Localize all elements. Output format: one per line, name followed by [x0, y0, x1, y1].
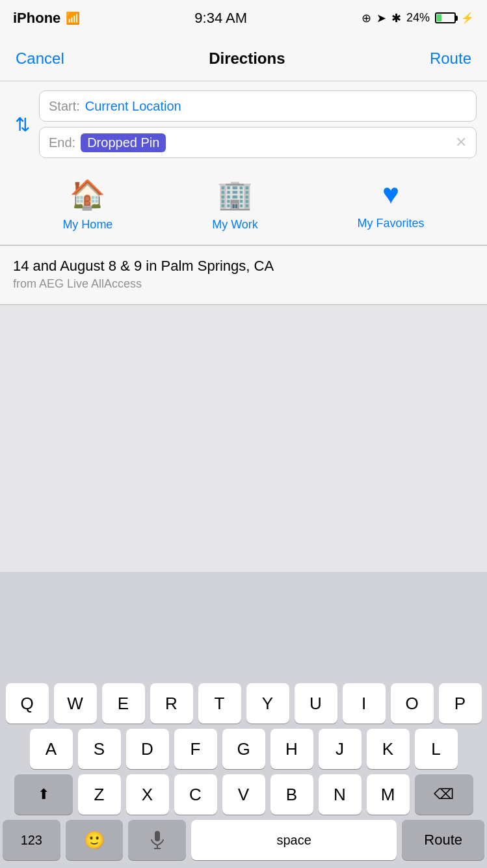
key-q[interactable]: Q: [6, 683, 49, 724]
clear-end-button[interactable]: ✕: [455, 134, 467, 151]
start-value: Current Location: [85, 99, 181, 114]
favorites-label: My Favorites: [358, 217, 425, 230]
start-field[interactable]: Start: Current Location: [39, 90, 477, 122]
keyboard-row-1: Q W E R T Y U I O P: [3, 683, 484, 724]
end-field[interactable]: End: Dropped Pin ✕: [39, 127, 477, 158]
key-g[interactable]: G: [222, 729, 265, 769]
battery-percent: 24%: [406, 11, 430, 25]
svg-rect-0: [155, 831, 160, 841]
key-t[interactable]: T: [198, 683, 241, 724]
device-name: iPhone: [13, 10, 60, 27]
battery-bolt: ⚡: [461, 12, 474, 24]
keyboard-row-4: 123 🙂 space Route: [3, 820, 484, 860]
keyboard-row-2: A S D F G H J K L: [3, 729, 484, 769]
key-l[interactable]: L: [415, 729, 458, 769]
key-v[interactable]: V: [222, 774, 265, 815]
search-area: ⇅ Start: Current Location End: Dropped P…: [0, 81, 487, 167]
work-label: My Work: [212, 218, 258, 232]
shortcut-work[interactable]: 🏢 My Work: [212, 178, 258, 232]
status-right: ⊕ ➤ ✱ 24% ⚡: [362, 11, 474, 25]
bluetooth-icon: ✱: [391, 11, 401, 25]
key-h[interactable]: H: [270, 729, 313, 769]
work-icon: 🏢: [217, 178, 253, 211]
location-icon: ➤: [376, 11, 386, 25]
cancel-button[interactable]: Cancel: [16, 49, 64, 68]
start-label: Start:: [49, 99, 80, 114]
key-i[interactable]: I: [343, 683, 386, 724]
key-b[interactable]: B: [270, 774, 313, 815]
status-left: iPhone 📶: [13, 10, 80, 27]
battery-fill: [437, 14, 441, 21]
num-key[interactable]: 123: [3, 820, 60, 860]
lock-icon: ⊕: [362, 11, 371, 25]
result-item[interactable]: 14 and August 8 & 9 in Palm Springs, CA …: [0, 246, 487, 305]
key-f[interactable]: F: [174, 729, 217, 769]
result-title: 14 and August 8 & 9 in Palm Springs, CA: [13, 258, 474, 275]
page-title: Directions: [209, 49, 285, 68]
key-c[interactable]: C: [174, 774, 217, 815]
key-r[interactable]: R: [150, 683, 193, 724]
home-icon: 🏠: [70, 178, 105, 211]
home-label: My Home: [62, 218, 112, 232]
route-button[interactable]: Route: [430, 49, 471, 68]
key-a[interactable]: A: [30, 729, 73, 769]
key-d[interactable]: D: [126, 729, 169, 769]
key-p[interactable]: P: [439, 683, 482, 724]
shift-key[interactable]: ⬆: [14, 774, 73, 815]
end-label: End:: [49, 135, 75, 150]
space-key[interactable]: space: [191, 820, 397, 860]
battery-icon: [435, 12, 456, 23]
favorites-icon: ♥: [382, 178, 399, 210]
shortcut-home[interactable]: 🏠 My Home: [62, 178, 112, 232]
mic-key[interactable]: [128, 820, 186, 860]
key-k[interactable]: K: [367, 729, 410, 769]
end-value-tag: Dropped Pin: [81, 133, 166, 152]
key-e[interactable]: E: [102, 683, 145, 724]
key-n[interactable]: N: [319, 774, 362, 815]
key-o[interactable]: O: [391, 683, 434, 724]
nav-bar: Cancel Directions Route: [0, 36, 487, 81]
shortcuts-bar: 🏠 My Home 🏢 My Work ♥ My Favorites: [0, 167, 487, 245]
key-y[interactable]: Y: [246, 683, 289, 724]
key-u[interactable]: U: [295, 683, 337, 724]
delete-key[interactable]: ⌫: [415, 774, 473, 815]
key-m[interactable]: M: [367, 774, 410, 815]
status-time: 9:34 AM: [194, 10, 247, 27]
key-w[interactable]: W: [54, 683, 97, 724]
keyboard-row-3: ⬆ Z X C V B N M ⌫: [3, 774, 484, 815]
emoji-key[interactable]: 🙂: [66, 820, 124, 860]
empty-area: [0, 305, 487, 572]
results-area: 14 and August 8 & 9 in Palm Springs, CA …: [0, 246, 487, 305]
key-s[interactable]: S: [78, 729, 121, 769]
swap-directions-icon[interactable]: ⇅: [15, 114, 30, 135]
wifi-icon: 📶: [66, 11, 80, 25]
key-z[interactable]: Z: [78, 774, 121, 815]
result-subtitle: from AEG Live AllAccess: [13, 277, 474, 291]
status-bar: iPhone 📶 9:34 AM ⊕ ➤ ✱ 24% ⚡: [0, 0, 487, 36]
keyboard-route-key[interactable]: Route: [402, 820, 484, 860]
swap-icon-container[interactable]: ⇅: [10, 105, 34, 144]
key-x[interactable]: X: [126, 774, 169, 815]
shortcut-favorites[interactable]: ♥ My Favorites: [358, 178, 425, 232]
key-j[interactable]: J: [319, 729, 362, 769]
keyboard: Q W E R T Y U I O P A S D F G H J K L ⬆ …: [0, 678, 487, 868]
